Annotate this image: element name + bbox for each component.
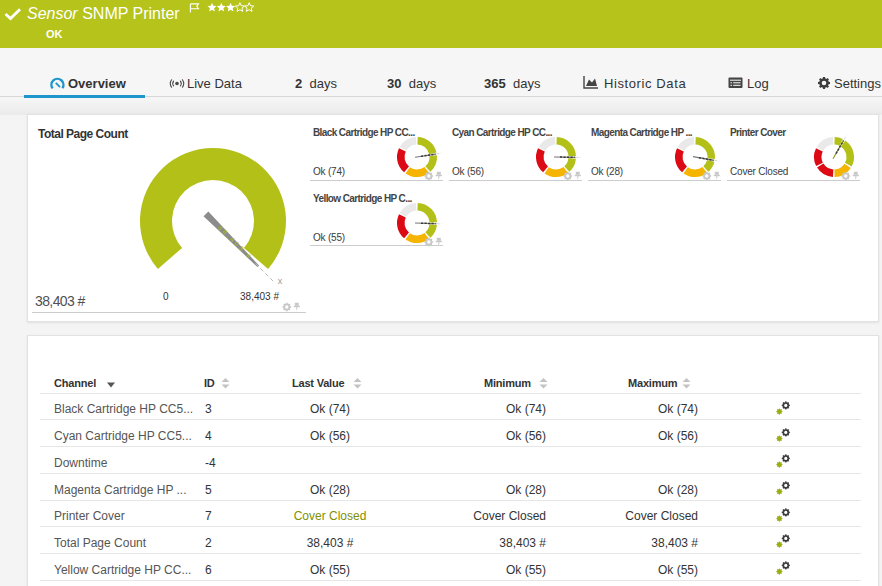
- svg-text:x: x: [278, 276, 283, 286]
